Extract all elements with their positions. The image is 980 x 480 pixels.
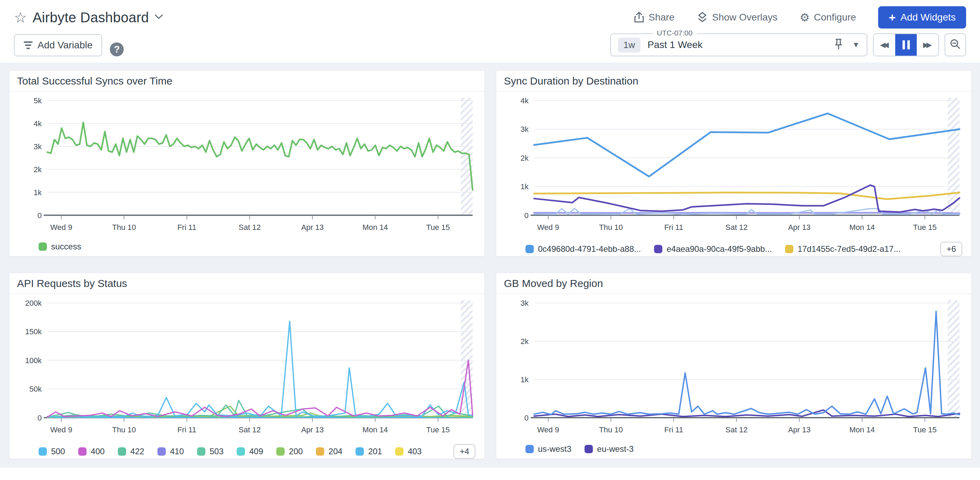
svg-text:Thu 10: Thu 10 [112, 426, 136, 434]
svg-text:Fri 11: Fri 11 [177, 223, 196, 232]
legend-item[interactable]: 503 [197, 447, 223, 456]
legend-label: 500 [51, 447, 65, 456]
dashboard-title: Airbyte Dashboard [33, 10, 149, 26]
pause-icon [902, 40, 910, 49]
legend-item[interactable]: 204 [316, 447, 342, 456]
svg-text:2k: 2k [520, 154, 529, 163]
legend-label: success [51, 242, 81, 252]
legend-item[interactable]: 403 [395, 447, 422, 456]
legend-item[interactable]: 422 [118, 447, 144, 456]
share-label: Share [649, 12, 675, 23]
svg-text:Wed 9: Wed 9 [537, 223, 559, 232]
svg-text:Fri 11: Fri 11 [664, 426, 683, 434]
fast-forward-icon: ▶▶ [923, 41, 932, 49]
svg-text:Apr 13: Apr 13 [788, 223, 811, 232]
svg-text:0: 0 [38, 413, 42, 422]
svg-text:Thu 10: Thu 10 [599, 426, 623, 434]
svg-text:4k: 4k [520, 96, 529, 105]
legend-label: 204 [328, 447, 342, 456]
legend-more-badge[interactable]: +4 [453, 444, 476, 459]
add-widgets-button[interactable]: + Add Widgets [878, 6, 966, 29]
svg-text:Wed 9: Wed 9 [50, 426, 72, 434]
svg-text:Mon 14: Mon 14 [850, 223, 875, 232]
forward-button[interactable]: ▶▶ [917, 34, 938, 56]
favorite-star-icon[interactable]: ☆ [14, 9, 27, 26]
svg-text:2k: 2k [34, 165, 42, 174]
svg-text:0: 0 [524, 211, 528, 220]
legend-swatch [525, 245, 534, 253]
widget-title: Sync Duration by Destination [496, 70, 971, 91]
add-variable-button[interactable]: Add Variable [14, 34, 102, 56]
svg-text:Apr 13: Apr 13 [301, 426, 324, 434]
configure-button[interactable]: ⚙ Configure [800, 12, 856, 23]
chart-canvas-total-syncs[interactable]: 01k2k3k4k5kWed 9Thu 10Fri 11Sat 12Apr 13… [14, 93, 480, 242]
chart-canvas-sync-duration[interactable]: 01k2k3k4kWed 9Thu 10Fri 11Sat 12Apr 13Mo… [501, 93, 966, 242]
time-range-selector[interactable]: UTC-07:00 1w Past 1 Week ▼ [610, 33, 867, 56]
svg-text:Thu 10: Thu 10 [112, 223, 136, 232]
legend-item[interactable]: 409 [237, 447, 263, 456]
legend-label: 17d1455c-7ed5-49d2-a17... [797, 244, 900, 254]
svg-text:150k: 150k [25, 327, 42, 336]
svg-text:Apr 13: Apr 13 [301, 223, 324, 232]
legend-swatch [78, 447, 86, 456]
legend-swatch [785, 245, 793, 253]
legend-label: 409 [249, 447, 263, 456]
gear-icon: ⚙ [800, 12, 810, 23]
legend-item[interactable]: e4aea90a-90ca-49f5-9abb... [654, 244, 772, 254]
legend-item[interactable]: 0c49680d-4791-4ebb-a88... [525, 244, 641, 254]
legend-item[interactable]: 200 [276, 447, 303, 456]
backward-button[interactable]: ◀◀ [873, 34, 895, 56]
legend-swatch [584, 445, 593, 453]
legend-swatch [118, 447, 126, 456]
svg-text:Sat 12: Sat 12 [725, 223, 748, 232]
svg-text:Fri 11: Fri 11 [177, 426, 196, 434]
legend-item[interactable]: 400 [78, 447, 105, 456]
legend-swatch [38, 447, 47, 456]
svg-text:Fri 11: Fri 11 [664, 223, 683, 232]
legend-item[interactable]: 500 [38, 447, 65, 456]
title-chevron-down-icon[interactable] [154, 14, 163, 21]
range-label: Past 1 Week [648, 39, 702, 50]
legend-swatch [38, 242, 47, 251]
legend-more-badge[interactable]: +6 [940, 242, 962, 256]
widget-total-successful-syncs: Total Successful Syncs over Time 01k2k3k… [9, 70, 485, 257]
legend-item[interactable]: 17d1455c-7ed5-49d2-a17... [785, 244, 900, 254]
zoom-out-button[interactable] [945, 33, 966, 56]
pause-button[interactable] [895, 34, 917, 56]
svg-text:Thu 10: Thu 10 [599, 223, 623, 232]
chart-legend: 0c49680d-4791-4ebb-a88...e4aea90a-90ca-4… [496, 242, 971, 263]
pin-icon[interactable] [834, 38, 843, 51]
zoom-out-icon [950, 38, 961, 51]
chart-canvas-api-requests[interactable]: 050k100k150k200kWed 9Thu 10Fri 11Sat 12A… [14, 295, 480, 444]
widget-title: GB Moved by Region [496, 273, 971, 294]
add-variable-label: Add Variable [38, 40, 92, 51]
chart-canvas-gb-moved[interactable]: 01k2k3kWed 9Thu 10Fri 11Sat 12Apr 13Mon … [501, 295, 966, 444]
legend-item[interactable]: 201 [355, 447, 382, 456]
legend-swatch [395, 447, 404, 456]
svg-text:5k: 5k [34, 96, 42, 105]
range-chip[interactable]: 1w [618, 38, 641, 53]
svg-text:3k: 3k [34, 142, 42, 151]
legend-swatch [237, 447, 245, 456]
widget-title: API Requests by Status [10, 273, 484, 294]
svg-text:4k: 4k [34, 119, 42, 128]
help-button[interactable]: ? [110, 42, 124, 56]
svg-text:0: 0 [38, 211, 42, 220]
svg-text:Wed 9: Wed 9 [50, 223, 72, 232]
legend-label: 403 [408, 447, 422, 456]
svg-text:Sat 12: Sat 12 [239, 426, 261, 434]
legend-item[interactable]: success [38, 242, 81, 252]
legend-item[interactable]: us-west3 [525, 444, 571, 454]
show-overlays-label: Show Overlays [712, 12, 777, 23]
share-button[interactable]: Share [634, 12, 675, 23]
show-overlays-button[interactable]: Show Overlays [697, 12, 777, 23]
legend-label: 201 [368, 447, 382, 456]
range-dropdown-caret-icon[interactable]: ▼ [852, 40, 860, 49]
header: ☆ Airbyte Dashboard Share Show Overlays … [0, 0, 980, 62]
legend-swatch [158, 447, 166, 456]
svg-text:Mon 14: Mon 14 [363, 426, 388, 434]
svg-text:Tue 15: Tue 15 [913, 426, 937, 434]
legend-item[interactable]: 410 [158, 447, 184, 456]
svg-text:50k: 50k [30, 385, 42, 393]
legend-item[interactable]: eu-west-3 [584, 444, 633, 454]
